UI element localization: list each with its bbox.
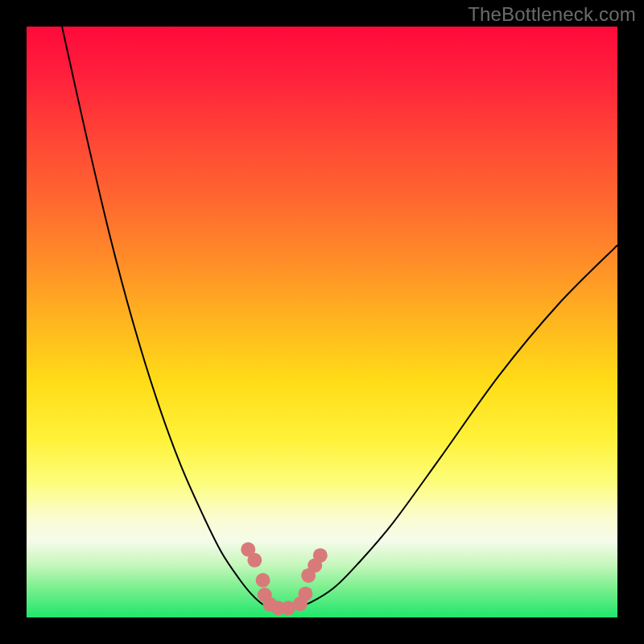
curve-layer: [27, 27, 617, 617]
marker-dot: [256, 573, 270, 588]
marker-dot: [298, 587, 312, 601]
plot-area: [27, 27, 617, 617]
marker-dots: [241, 543, 328, 616]
chart-frame: TheBottleneck.com: [0, 0, 644, 644]
marker-dot: [313, 548, 328, 563]
curve-left-arm: [62, 27, 275, 609]
watermark-text: TheBottleneck.com: [468, 3, 636, 26]
bottleneck-curve: [62, 27, 617, 609]
curve-right-arm: [292, 246, 617, 609]
marker-dot: [247, 553, 262, 568]
